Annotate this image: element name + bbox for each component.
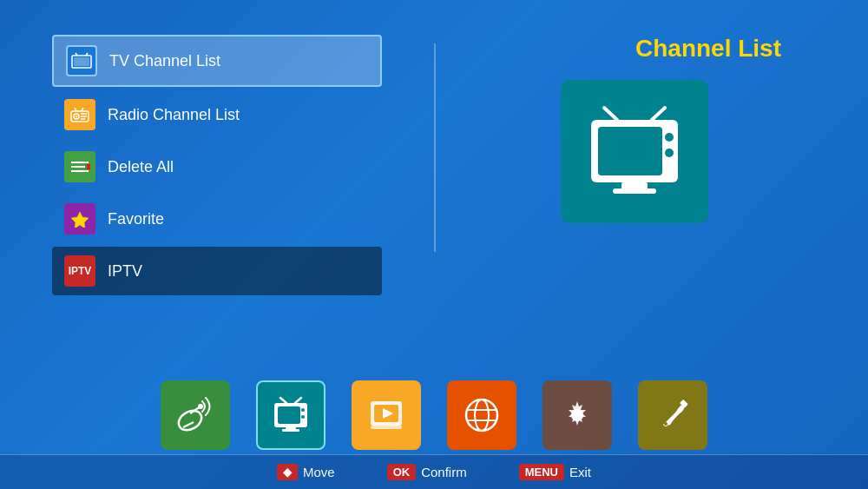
svg-point-42 bbox=[466, 400, 497, 431]
menu-key-badge: MENU bbox=[519, 464, 564, 480]
move-status: ◆ Move bbox=[277, 464, 335, 480]
svg-point-47 bbox=[664, 422, 667, 426]
menu-item-radio-channel-list-label: Radio Channel List bbox=[108, 106, 240, 124]
media-button[interactable] bbox=[352, 380, 421, 450]
radio-channel-list-icon bbox=[64, 99, 95, 130]
status-bar: ◆ Move OK Confirm MENU Exit bbox=[0, 454, 868, 489]
svg-rect-41 bbox=[371, 426, 402, 429]
menu-item-favorite[interactable]: Favorite bbox=[52, 195, 382, 243]
menu-item-tv-channel-list[interactable]: TV Channel List bbox=[52, 35, 382, 87]
tv-preview-icon bbox=[582, 100, 687, 204]
svg-point-23 bbox=[665, 149, 674, 157]
vertical-divider bbox=[434, 43, 436, 252]
svg-rect-3 bbox=[74, 57, 89, 66]
svg-point-26 bbox=[175, 406, 205, 433]
tools-button[interactable] bbox=[638, 380, 707, 450]
menu-item-favorite-label: Favorite bbox=[108, 210, 164, 228]
ok-key-badge: OK bbox=[387, 464, 417, 480]
internet-button[interactable] bbox=[447, 380, 516, 450]
satellite-button[interactable] bbox=[161, 380, 230, 450]
svg-rect-21 bbox=[598, 127, 662, 175]
move-key-badge: ◆ bbox=[277, 464, 298, 480]
menu-item-delete-all[interactable]: Delete All bbox=[52, 142, 382, 191]
svg-rect-33 bbox=[278, 406, 300, 424]
svg-point-22 bbox=[665, 133, 674, 142]
svg-point-43 bbox=[475, 400, 489, 431]
svg-line-18 bbox=[604, 108, 617, 120]
menu-status: MENU Exit bbox=[519, 464, 591, 480]
right-panel: Channel List bbox=[453, 35, 816, 313]
svg-rect-37 bbox=[282, 429, 299, 432]
panel-title: Channel List bbox=[635, 35, 781, 63]
menu-item-iptv[interactable]: IPTV IPTV bbox=[52, 247, 382, 295]
delete-all-icon bbox=[64, 151, 95, 182]
svg-point-6 bbox=[76, 116, 77, 117]
move-label: Move bbox=[303, 465, 335, 479]
svg-point-28 bbox=[198, 404, 203, 409]
ok-status: OK Confirm bbox=[387, 464, 467, 480]
bottom-bar bbox=[0, 380, 868, 450]
svg-line-48 bbox=[669, 406, 681, 424]
ok-label: Confirm bbox=[421, 465, 467, 479]
svg-line-29 bbox=[183, 422, 194, 427]
svg-point-35 bbox=[301, 415, 305, 419]
menu-label: Exit bbox=[569, 465, 591, 479]
svg-rect-24 bbox=[621, 182, 648, 189]
menu-item-tv-channel-list-label: TV Channel List bbox=[109, 52, 220, 70]
menu-item-iptv-label: IPTV bbox=[108, 262, 142, 281]
iptv-icon: IPTV bbox=[64, 255, 95, 287]
tv-button[interactable] bbox=[256, 380, 326, 450]
svg-rect-25 bbox=[613, 188, 656, 194]
svg-point-34 bbox=[301, 408, 305, 412]
svg-line-19 bbox=[652, 108, 665, 120]
svg-marker-17 bbox=[71, 212, 89, 228]
tv-preview-box bbox=[561, 80, 708, 223]
menu-item-radio-channel-list[interactable]: Radio Channel List bbox=[52, 90, 382, 139]
svg-line-31 bbox=[295, 398, 301, 403]
settings-button[interactable] bbox=[542, 380, 612, 450]
tv-channel-list-icon bbox=[66, 45, 97, 76]
menu-panel: TV Channel List Radio Channel List bbox=[52, 35, 382, 313]
favorite-icon bbox=[64, 203, 95, 235]
menu-item-delete-all-label: Delete All bbox=[108, 158, 174, 176]
svg-line-30 bbox=[280, 398, 286, 403]
